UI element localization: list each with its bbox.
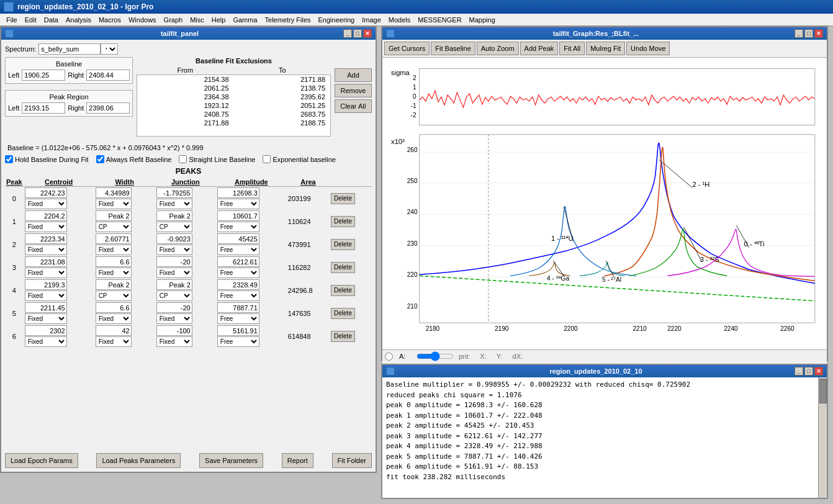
peak-centroid-sel-0[interactable]: Fixed: [25, 199, 67, 209]
menu-telemetry[interactable]: Telemetry Files: [261, 15, 315, 25]
delete-peak-4[interactable]: Delete: [331, 285, 355, 296]
peak-centroid-sel-6[interactable]: Fixed: [25, 336, 67, 347]
peak-amplitude-6[interactable]: [217, 325, 259, 336]
peak-width-sel-5[interactable]: Fixed: [96, 313, 132, 324]
peak-centroid-3[interactable]: [25, 256, 67, 267]
hold-baseline-input[interactable]: [5, 155, 13, 163]
peak-amplitude-sel-4[interactable]: Free: [217, 290, 259, 301]
log-scrollbar[interactable]: [818, 377, 827, 498]
list-item[interactable]: 2364.382395.62: [137, 92, 330, 101]
peak-amplitude-sel-2[interactable]: Free: [217, 245, 259, 255]
list-item[interactable]: 2408.752683.75: [137, 110, 330, 119]
hold-baseline-checkbox[interactable]: Hold Baseline During Fit: [5, 155, 89, 163]
peak-amplitude-sel-5[interactable]: Free: [217, 313, 259, 324]
menu-file[interactable]: File: [2, 15, 21, 25]
straight-line-checkbox[interactable]: Straight Line Baseline: [179, 155, 255, 163]
fit-all-btn[interactable]: Fit All: [559, 42, 585, 55]
fit-folder-button[interactable]: Fit Folder: [332, 453, 372, 468]
peak-junction-5[interactable]: [156, 302, 192, 313]
menu-analysis[interactable]: Analysis: [62, 15, 95, 25]
clear-all-button[interactable]: Clear AlI: [335, 99, 372, 113]
graph-close-btn[interactable]: ✕: [814, 29, 823, 38]
menu-edit[interactable]: Edit: [21, 15, 40, 25]
peak-width-sel-1[interactable]: CP: [96, 222, 132, 232]
menu-models[interactable]: Models: [385, 15, 414, 25]
auto-zoom-btn[interactable]: Auto Zoom: [477, 42, 519, 55]
peak-junction-4[interactable]: [156, 279, 192, 290]
peak-amplitude-sel-6[interactable]: Free: [217, 336, 259, 347]
delete-peak-0[interactable]: Delete: [331, 193, 355, 204]
spectrum-input[interactable]: [38, 43, 101, 55]
peak-width-sel-6[interactable]: Fixed: [96, 336, 132, 347]
peak-centroid-0[interactable]: [25, 187, 67, 198]
panel-close-btn[interactable]: ✕: [363, 29, 372, 38]
list-item[interactable]: 2171.882188.75: [137, 119, 330, 127]
peak-width-6[interactable]: [96, 325, 132, 336]
add-button[interactable]: Add: [335, 68, 372, 82]
cursor-a-radio[interactable]: [385, 353, 393, 361]
peak-junction-sel-3[interactable]: Fixed: [156, 268, 192, 278]
delete-peak-6[interactable]: Delete: [331, 331, 355, 342]
peak-centroid-4[interactable]: [25, 279, 67, 290]
log-close-btn[interactable]: ✕: [814, 367, 823, 376]
save-params-button[interactable]: Save Parameters: [199, 453, 263, 468]
peak-amplitude-2[interactable]: [217, 233, 259, 244]
log-maximize-btn[interactable]: □: [804, 367, 813, 376]
straight-line-input[interactable]: [179, 155, 187, 163]
peak-width-3[interactable]: [96, 256, 132, 267]
exponential-input[interactable]: [263, 155, 271, 163]
peak-width-5[interactable]: [96, 302, 132, 313]
peak-width-sel-3[interactable]: Fixed: [96, 268, 132, 278]
peak-centroid-sel-4[interactable]: Fixed: [25, 290, 67, 301]
menu-messenger[interactable]: MESSENGER: [414, 15, 465, 25]
peak-centroid-6[interactable]: [25, 325, 67, 336]
log-scrollbar-thumb[interactable]: [819, 379, 827, 403]
peak-centroid-sel-1[interactable]: Fixed: [25, 222, 67, 232]
fit-baseline-btn[interactable]: Fit Baseline: [431, 42, 475, 55]
menu-misc[interactable]: Misc: [186, 15, 208, 25]
peak-width-sel-0[interactable]: Fixed: [96, 199, 132, 209]
peak-junction-sel-5[interactable]: Fixed: [156, 313, 192, 324]
baseline-right-input[interactable]: [86, 70, 130, 81]
peak-junction-3[interactable]: [156, 256, 192, 267]
report-button[interactable]: Report: [282, 453, 313, 468]
peak-amplitude-5[interactable]: [217, 302, 259, 313]
undo-move-btn[interactable]: Undo Move: [626, 42, 670, 55]
peak-junction-6[interactable]: [156, 325, 192, 336]
peak-junction-sel-1[interactable]: CP: [156, 222, 192, 232]
peak-centroid-5[interactable]: [25, 302, 67, 313]
peak-junction-0[interactable]: [156, 187, 192, 198]
add-peak-btn[interactable]: Add Peak: [520, 42, 559, 55]
menu-engineering[interactable]: Engineering: [315, 15, 359, 25]
mulreg-fit-btn[interactable]: Mulreg Fit: [586, 42, 625, 55]
menu-windows[interactable]: Windows: [125, 15, 160, 25]
peak-amplitude-0[interactable]: [217, 187, 259, 198]
peak-width-4[interactable]: [96, 279, 132, 290]
peak-width-sel-2[interactable]: Fixed: [96, 245, 132, 255]
load-epoch-button[interactable]: Load Epoch Params: [5, 453, 78, 468]
peak-width-sel-4[interactable]: CP: [96, 290, 132, 301]
peak-width-2[interactable]: [96, 233, 132, 244]
peak-junction-sel-0[interactable]: Fixed: [156, 199, 192, 209]
peak-junction-1[interactable]: [156, 210, 192, 221]
menu-mapping[interactable]: Mapping: [466, 15, 499, 25]
exponential-checkbox[interactable]: Exponential baseline: [263, 155, 336, 163]
menu-gamma[interactable]: Gamma: [229, 15, 261, 25]
baseline-left-input[interactable]: [22, 70, 65, 81]
spectrum-select[interactable]: ▼: [101, 43, 118, 55]
peak-junction-sel-6[interactable]: Fixed: [156, 336, 192, 347]
peak-amplitude-4[interactable]: [217, 279, 259, 290]
graph-minimize-btn[interactable]: _: [795, 29, 803, 38]
load-peaks-button[interactable]: Load Peaks Parameters: [96, 453, 181, 468]
peak-junction-sel-4[interactable]: CP: [156, 290, 192, 301]
delete-peak-5[interactable]: Delete: [331, 308, 355, 319]
peak-centroid-2[interactable]: [25, 233, 67, 244]
get-cursors-btn[interactable]: Get Cursors: [384, 42, 430, 55]
exclusions-list[interactable]: 2154.382171.88 2061.252138.75 2364.38239…: [137, 74, 331, 137]
log-minimize-btn[interactable]: _: [795, 367, 803, 376]
menu-help[interactable]: Help: [208, 15, 230, 25]
graph-maximize-btn[interactable]: □: [804, 29, 813, 38]
cursor-a-slider[interactable]: [416, 351, 454, 361]
peak-width-0[interactable]: [96, 187, 132, 198]
list-item[interactable]: 2154.382171.88: [137, 75, 330, 84]
